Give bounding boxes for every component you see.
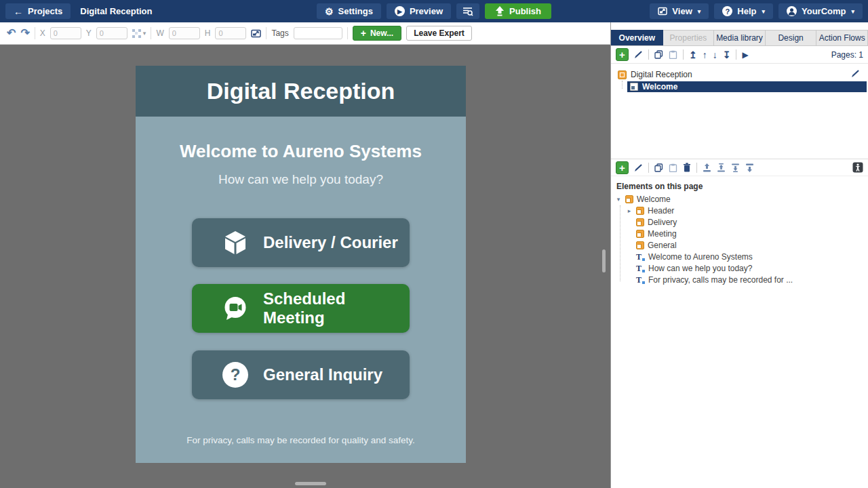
move-to-top-icon[interactable]: ↥ — [689, 50, 697, 60]
element-row-header[interactable]: ▸ Header — [611, 205, 868, 216]
upload-arrow-icon — [495, 6, 505, 16]
kiosk-subheading: How can we help you today? — [136, 172, 466, 187]
send-to-back-icon[interactable] — [745, 163, 754, 172]
search-logs-button[interactable] — [456, 3, 479, 19]
delivery-courier-button[interactable]: Delivery / Courier — [192, 218, 410, 267]
navbar-right: View ▾ ? Help ▾ YourComp ▾ — [551, 3, 863, 19]
copy-icon[interactable] — [654, 163, 663, 172]
tab-design[interactable]: Design — [766, 30, 817, 45]
tab-overview[interactable]: Overview — [611, 30, 663, 45]
general-inquiry-button[interactable]: ? General Inquiry — [192, 350, 410, 399]
project-tree-row[interactable]: Digital Reception — [611, 69, 868, 80]
undo-icon[interactable]: ↶ — [7, 28, 16, 39]
elements-toolbar: + — [611, 159, 868, 176]
x-field[interactable] — [50, 27, 81, 39]
paste-icon[interactable] — [669, 163, 677, 172]
group-icon — [636, 241, 644, 249]
play-circle-icon: ▶ — [395, 6, 405, 16]
caret-down-icon[interactable]: ▾ — [615, 196, 622, 203]
element-row-help-text[interactable]: T How can we help you today? — [611, 262, 868, 274]
elements-tree: ▾ Welcome ▸ Header Delivery Meeting — [611, 193, 868, 285]
account-menu-button[interactable]: YourComp ▾ — [778, 3, 863, 19]
projects-button[interactable]: ← Projects — [5, 3, 71, 19]
back-arrow-icon: ← — [14, 7, 23, 16]
move-up-icon[interactable]: ↑ — [703, 50, 707, 60]
element-label: Welcome — [637, 195, 671, 204]
play-page-icon[interactable]: ▶ — [742, 50, 748, 60]
chevron-down-icon: ▾ — [851, 8, 854, 15]
paste-icon[interactable] — [669, 50, 677, 59]
tab-action-flows[interactable]: Action Flows — [816, 30, 868, 45]
settings-button[interactable]: ⚙ Settings — [317, 3, 381, 19]
tab-properties[interactable]: Properties — [663, 30, 715, 45]
accessibility-icon[interactable] — [852, 162, 863, 173]
new-button[interactable]: + New... — [353, 26, 401, 41]
text-element-icon: T — [636, 276, 645, 284]
page-tree: Digital Reception Welcome — [611, 64, 868, 159]
kiosk-body[interactable]: Welcome to Aureno Systems How can we hel… — [136, 117, 466, 463]
redo-icon[interactable]: ↷ — [20, 28, 29, 39]
kiosk-preview[interactable]: Digital Reception Welcome to Aureno Syst… — [136, 66, 466, 463]
rename-pencil-icon[interactable] — [851, 69, 860, 78]
width-field[interactable] — [169, 27, 200, 39]
leave-expert-button[interactable]: Leave Expert — [406, 26, 472, 41]
anchor-grid-icon — [132, 29, 141, 38]
divider — [696, 163, 697, 173]
tree-guide-line — [622, 81, 623, 89]
question-icon: ? — [222, 362, 248, 388]
help-menu-button[interactable]: ? Help ▾ — [714, 3, 773, 19]
bring-to-front-icon[interactable] — [703, 163, 711, 172]
edit-pencil-icon[interactable] — [634, 50, 643, 59]
height-field[interactable] — [215, 27, 246, 39]
anchor-select[interactable]: ▾ — [132, 29, 146, 38]
top-navbar: ← Projects Digital Reception ⚙ Settings … — [0, 0, 868, 22]
caret-right-icon[interactable]: ▸ — [626, 207, 633, 214]
copy-icon[interactable] — [654, 50, 663, 59]
move-to-bottom-icon[interactable]: ↧ — [723, 50, 731, 60]
navbar-center: ⚙ Settings ▶ Preview Publish — [317, 3, 551, 19]
help-circle-icon: ? — [722, 6, 732, 16]
kiosk-footer-note: For privacy, calls may be recorded for q… — [136, 435, 466, 445]
element-row-meeting[interactable]: Meeting — [611, 228, 868, 239]
open-in-window-icon[interactable] — [251, 29, 261, 38]
tab-media-library[interactable]: Media library — [714, 30, 766, 45]
chevron-down-icon: ▾ — [143, 30, 146, 37]
account-label: YourComp — [802, 6, 846, 16]
trash-icon[interactable] — [683, 163, 691, 172]
edit-pencil-icon[interactable] — [634, 163, 643, 172]
help-label: Help — [737, 6, 756, 16]
element-row-welcome[interactable]: ▾ Welcome — [611, 193, 868, 205]
canvas-horizontal-scrollbar[interactable] — [295, 482, 326, 485]
send-backward-icon[interactable] — [731, 163, 740, 172]
move-down-icon[interactable]: ↓ — [713, 50, 717, 60]
bring-forward-icon[interactable] — [717, 163, 726, 172]
y-field[interactable] — [96, 27, 127, 39]
design-canvas[interactable]: Digital Reception Welcome to Aureno Syst… — [0, 45, 610, 488]
scheduled-meeting-label: Scheduled Meeting — [263, 289, 410, 327]
view-label: View — [672, 6, 692, 16]
element-row-privacy-text[interactable]: T For privacy, calls may be recorded for… — [611, 274, 868, 285]
view-menu-button[interactable]: View ▾ — [650, 3, 709, 19]
element-row-general[interactable]: General — [611, 239, 868, 251]
kiosk-header[interactable]: Digital Reception — [136, 66, 466, 117]
add-page-button[interactable]: + — [616, 48, 629, 61]
add-element-button[interactable]: + — [616, 161, 629, 174]
element-row-delivery[interactable]: Delivery — [611, 216, 868, 228]
tags-input[interactable] — [294, 27, 342, 39]
canvas-vertical-scrollbar[interactable] — [602, 249, 606, 272]
kiosk-header-title: Digital Reception — [207, 78, 395, 104]
project-tree-label: Digital Reception — [631, 70, 692, 79]
publish-button[interactable]: Publish — [485, 3, 551, 19]
element-row-welcome-text[interactable]: T Welcome to Aureno Systems — [611, 251, 868, 262]
scheduled-meeting-button[interactable]: Scheduled Meeting — [192, 284, 410, 333]
group-icon — [625, 195, 633, 203]
general-inquiry-label: General Inquiry — [263, 365, 382, 384]
navbar-left: ← Projects Digital Reception — [5, 3, 317, 19]
page-tree-row-welcome[interactable]: Welcome — [627, 81, 867, 92]
preview-button[interactable]: ▶ Preview — [387, 3, 451, 19]
new-label: New... — [370, 28, 393, 38]
divider — [648, 163, 649, 173]
element-label: For privacy, calls may be recorded for .… — [648, 275, 793, 285]
video-chat-icon — [222, 296, 248, 321]
publish-label: Publish — [509, 6, 541, 16]
